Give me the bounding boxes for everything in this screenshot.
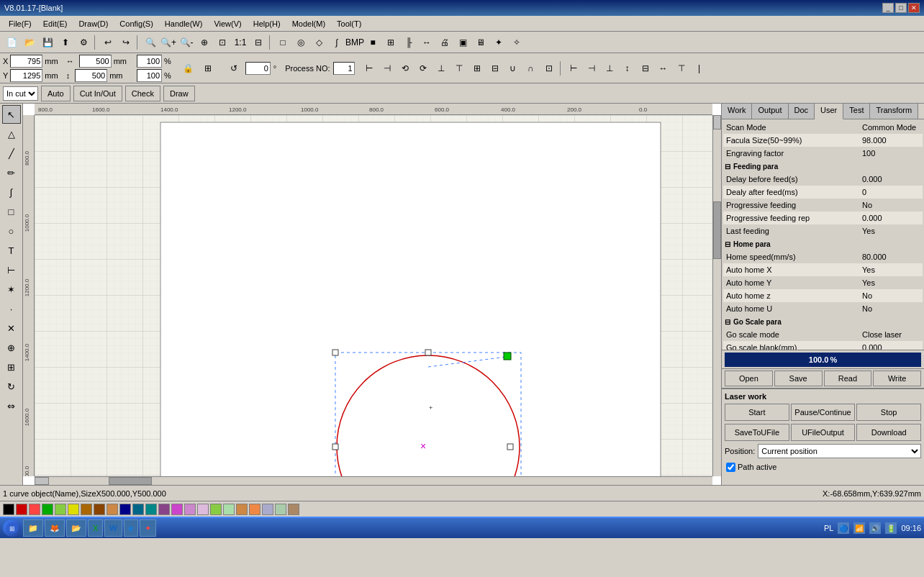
- node-tool[interactable]: △: [2, 124, 21, 143]
- square-btn[interactable]: ■: [364, 34, 381, 51]
- menu-edit[interactable]: Edit(E): [37, 18, 73, 29]
- tb2-16[interactable]: ⊟: [637, 60, 654, 77]
- tb2-19[interactable]: |: [691, 60, 708, 77]
- zoom-window-btn[interactable]: 🔍: [142, 34, 159, 51]
- tab-work[interactable]: Work: [722, 104, 752, 119]
- color-magenta[interactable]: [171, 504, 183, 515]
- zoom-in-btn[interactable]: 🔍+: [160, 34, 177, 51]
- position-select[interactable]: Current position: [758, 444, 921, 458]
- zoom-x-input[interactable]: [137, 55, 162, 68]
- select-tool[interactable]: ↖: [2, 105, 21, 124]
- tab-doc[interactable]: Doc: [789, 104, 815, 119]
- laser-btn[interactable]: ✦: [490, 34, 507, 51]
- taskbar-excel-btn[interactable]: X: [88, 519, 103, 537]
- close-tool[interactable]: ✕: [2, 319, 21, 337]
- menu-config[interactable]: Config(S): [114, 18, 158, 29]
- tb2-8[interactable]: ⊟: [486, 60, 504, 77]
- ufileoutput-btn[interactable]: UFileOutput: [791, 424, 856, 441]
- save-panel-btn[interactable]: Save: [774, 371, 823, 386]
- taskbar-browser-btn[interactable]: 🦊: [45, 519, 65, 537]
- zoom-select-btn[interactable]: ⊕: [196, 34, 213, 51]
- path-active-checkbox[interactable]: [726, 463, 735, 472]
- tb2-3[interactable]: ⟲: [397, 60, 414, 77]
- tb2-9[interactable]: ∪: [504, 60, 522, 77]
- color-sage[interactable]: [275, 504, 286, 515]
- scrollbar-vertical[interactable]: [712, 115, 721, 476]
- menu-tool[interactable]: Tool(T): [331, 18, 367, 29]
- color-orange[interactable]: [236, 504, 248, 515]
- grid-display-btn[interactable]: ⊞: [199, 60, 217, 77]
- taskbar-folder-btn[interactable]: 📁: [23, 519, 43, 537]
- section-home[interactable]: ⊟ Home para: [723, 237, 923, 250]
- settings-btn[interactable]: ⚙: [75, 34, 92, 51]
- color-yellow[interactable]: [68, 504, 79, 515]
- rect-tool-l[interactable]: □: [2, 202, 21, 221]
- color-khaki[interactable]: [288, 504, 299, 515]
- cut-inout-btn[interactable]: Cut In/Out: [73, 86, 122, 101]
- auto-btn[interactable]: Auto: [41, 86, 71, 101]
- zoom-all-btn[interactable]: ⊟: [250, 34, 267, 51]
- color-red[interactable]: [16, 504, 27, 515]
- freehand-tool[interactable]: ✏: [2, 163, 21, 182]
- color-lightpink[interactable]: [197, 504, 209, 515]
- config2-btn[interactable]: ✧: [508, 34, 525, 51]
- x-input[interactable]: [10, 55, 42, 68]
- tb2-5[interactable]: ⊥: [432, 60, 450, 77]
- zoom-out-btn[interactable]: 🔍-: [178, 34, 195, 51]
- tab-test[interactable]: Test: [843, 104, 870, 119]
- color-lavender[interactable]: [262, 504, 273, 515]
- tb2-11[interactable]: ⊡: [540, 60, 558, 77]
- tab-user[interactable]: User: [815, 104, 843, 119]
- tb2-4[interactable]: ⟳: [415, 60, 432, 77]
- tb2-6[interactable]: ⊤: [450, 60, 468, 77]
- color-tan[interactable]: [107, 504, 118, 515]
- check-btn[interactable]: Check: [125, 86, 160, 101]
- curve-btn[interactable]: ∫: [328, 34, 345, 51]
- menu-handle[interactable]: Handle(W): [159, 18, 209, 29]
- snap-btn[interactable]: ◎: [292, 34, 309, 51]
- color-lightlime[interactable]: [223, 504, 235, 515]
- draw-btn[interactable]: Draw: [163, 86, 195, 101]
- color-darkbrown[interactable]: [94, 504, 105, 515]
- canvas-content[interactable]: × +: [35, 115, 712, 476]
- rect-tool[interactable]: □: [274, 34, 291, 51]
- tb2-18[interactable]: ⊤: [673, 60, 690, 77]
- savetoufile-btn[interactable]: SaveToUFile: [725, 424, 789, 441]
- color-purple[interactable]: [158, 504, 170, 515]
- line-tool[interactable]: ╱: [2, 144, 21, 163]
- point-tool[interactable]: ·: [2, 299, 21, 318]
- tb2-15[interactable]: ↕: [619, 60, 636, 77]
- read-panel-btn[interactable]: Read: [824, 371, 872, 386]
- width-input[interactable]: [79, 55, 112, 68]
- color-lightgreen[interactable]: [55, 504, 66, 515]
- tb2-17[interactable]: ↔: [655, 60, 672, 77]
- tb2-10[interactable]: ∩: [522, 60, 540, 77]
- color-brown[interactable]: [81, 504, 92, 515]
- menu-view[interactable]: View(V): [208, 18, 247, 29]
- menu-draw[interactable]: Draw(D): [73, 18, 114, 29]
- open-panel-btn[interactable]: Open: [725, 371, 773, 386]
- import-btn[interactable]: ⬆: [57, 34, 74, 51]
- color-green[interactable]: [42, 504, 53, 515]
- color-lime[interactable]: [210, 504, 222, 515]
- zoom-actual-btn[interactable]: 1:1: [232, 34, 249, 51]
- tb2-7[interactable]: ⊞: [468, 60, 486, 77]
- grid-tool[interactable]: ⊞: [2, 358, 21, 376]
- zoom-y-input[interactable]: [137, 69, 162, 82]
- star-tool[interactable]: ✶: [2, 280, 21, 299]
- color-cyan-dark[interactable]: [145, 504, 157, 515]
- measure-tool[interactable]: ⊢: [2, 260, 21, 279]
- process-no-input[interactable]: [333, 62, 355, 75]
- open-btn[interactable]: 📂: [21, 34, 38, 51]
- color-black[interactable]: [3, 504, 14, 515]
- minimize-btn[interactable]: _: [882, 3, 894, 13]
- mode-select[interactable]: In cut: [3, 86, 38, 101]
- color-teal[interactable]: [132, 504, 144, 515]
- taskbar-ie-btn[interactable]: e: [124, 519, 138, 537]
- tb2-14[interactable]: ⊥: [601, 60, 618, 77]
- tab-output[interactable]: Output: [752, 104, 788, 119]
- tab-transform[interactable]: Transform: [870, 104, 918, 119]
- ellipse-tool[interactable]: ○: [2, 222, 21, 240]
- menu-file[interactable]: File(F): [3, 18, 37, 29]
- save-btn[interactable]: 💾: [39, 34, 56, 51]
